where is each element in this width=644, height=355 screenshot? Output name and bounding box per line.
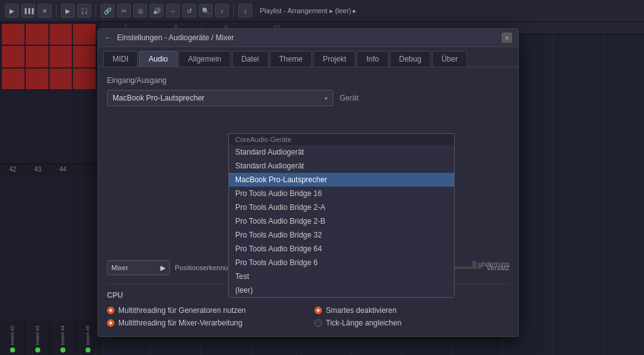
dialog-title-bar: ← Einstellungen - Audiogeräte / Mixer ✕ — [98, 29, 518, 47]
channel-blocks — [0, 22, 97, 91]
dropdown-row: MacBook Pro-Lautsprecher ▾ Gerät — [107, 90, 509, 106]
mixer-label: Mixer — [111, 264, 128, 271]
red-block-2 — [26, 24, 48, 45]
dialog-body: Eingang/Ausgang MacBook Pro-Lautsprecher… — [98, 67, 518, 336]
toolbar-btn-magnet[interactable]: ✂ — [117, 4, 131, 18]
tab-allgemein[interactable]: Allgemein — [179, 51, 231, 67]
cpu-option-multigen: Multithreading für Generatoren nutzen — [107, 306, 302, 315]
cpu-option-smartes-label: Smartes deaktivieren — [326, 306, 397, 315]
cpu-option-multimix: Multithreading für Mixer-Verarbeitung — [107, 319, 302, 327]
bstrip-label-44: Insert 44 — [60, 325, 65, 345]
toolbar-sep-3 — [233, 4, 234, 17]
bstrip-44: Insert 44 — [50, 320, 75, 355]
toolbar-btn-play[interactable]: ▶ — [61, 4, 75, 18]
mixer-dropdown[interactable]: Mixer ▶ — [107, 260, 170, 275]
toolbar-btn-playlist[interactable]: ♪ — [238, 4, 252, 18]
red-block-11 — [50, 68, 72, 89]
radio-multimix[interactable] — [107, 319, 114, 327]
dialog-close-button[interactable]: ✕ — [502, 33, 512, 43]
dropdown-item-ptab16[interactable]: Pro Tools Audio Bridge 16 — [229, 187, 454, 200]
toolbar-btn-loop[interactable]: ↺ — [182, 4, 196, 18]
bstrip-label-45: Insert 45 — [85, 325, 91, 345]
mixer-arrow-icon: ▶ — [160, 264, 165, 272]
dropdown-item-macbook[interactable]: MacBook Pro-Lautsprecher — [229, 173, 454, 187]
dropdown-item-leer[interactable]: (leer) — [229, 283, 454, 297]
red-block-9 — [2, 68, 25, 89]
red-block-8 — [73, 46, 96, 67]
toolbar-btn-zoom[interactable]: 🔍 — [199, 4, 213, 18]
tab-datei[interactable]: Datei — [232, 51, 269, 67]
cpu-option-smartes: Smartes deaktivieren — [314, 306, 509, 315]
toolbar-btn-volume[interactable]: ◎ — [133, 4, 147, 18]
selected-device-label: MacBook Pro-Lautsprecher — [113, 94, 204, 102]
toolbar-btn-chain[interactable]: 🔗 — [101, 4, 114, 18]
dropdown-arrow-icon: ▾ — [325, 95, 328, 102]
tab-debug[interactable]: Debug — [390, 51, 431, 67]
toolbar-btn-speaker[interactable]: 🔊 — [150, 4, 164, 18]
dropdown-item-test[interactable]: Test — [229, 270, 454, 283]
tab-audio[interactable]: Audio — [139, 51, 177, 67]
cpu-option-tick: Tick-Länge angleichen — [314, 319, 509, 327]
dropdown-item-ptab6[interactable]: Pro Tools Audio Bridge 6 — [229, 256, 454, 270]
settings-dialog: ← Einstellungen - Audiogeräte / Mixer ✕ … — [97, 28, 519, 337]
top-toolbar: ▶ ▐▐▐ ✕ ▶ 🎧 🔗 ✂ ◎ 🔊 ↔ ↺ 🔍 ♪ ♪ Playlist -… — [0, 0, 644, 22]
red-block-3 — [50, 24, 72, 45]
toolbar-btn-vol2[interactable]: ♪ — [215, 4, 229, 18]
device-dropdown-list[interactable]: CoreAudio-Geräte Standard Audiogerät Sta… — [228, 133, 455, 298]
toolbar-btn-headphone[interactable]: 🎧 — [77, 4, 91, 18]
cpu-option-multigen-label: Multithreading für Generatoren nutzen — [118, 306, 246, 315]
dropdown-group-coreaudio: CoreAudio-Geräte — [229, 134, 454, 145]
radio-smartes[interactable] — [314, 307, 322, 314]
toolbar-btn-bars[interactable]: ▐▐▐ — [21, 4, 35, 18]
bstrip-43: Insert 43 — [25, 320, 50, 355]
toolbar-btn-arrow[interactable]: ↔ — [166, 4, 180, 18]
red-block-12 — [73, 68, 96, 89]
dropdown-item-ptab32[interactable]: Pro Tools Audio Bridge 32 — [229, 228, 454, 242]
tab-midi[interactable]: MIDI — [103, 51, 138, 67]
red-block-7 — [50, 46, 72, 67]
dropdown-item-ptab2a[interactable]: Pro Tools Audio Bridge 2-A — [229, 200, 454, 214]
cpu-option-multimix-label: Multithreading für Mixer-Verarbeitung — [118, 319, 242, 327]
position-label: Positionserkennung — [175, 264, 236, 271]
dropdown-item-ptab64[interactable]: Pro Tools Audio Bridge 64 — [229, 242, 454, 256]
tab-ueber[interactable]: Über — [432, 51, 467, 67]
red-block-10 — [26, 68, 48, 89]
dropdown-item-standard-2[interactable]: Standard Audiogerät — [229, 159, 454, 173]
channel-numbers: 42 43 44 — [0, 163, 97, 176]
cpu-option-tick-label: Tick-Länge angleichen — [326, 319, 401, 327]
bstrip-45: Insert 45 — [75, 320, 101, 355]
red-block-5 — [2, 46, 25, 67]
device-dropdown[interactable]: MacBook Pro-Lautsprecher ▾ — [107, 90, 333, 106]
toolbar-sep-1 — [56, 4, 57, 17]
dialog-title: Einstellungen - Audiogeräte / Mixer — [117, 33, 234, 42]
ch-num-42: 42 — [0, 164, 25, 176]
tabs-bar: MIDI Audio Allgemein Datei Theme Projekt… — [98, 47, 518, 67]
red-block-1 — [2, 24, 25, 45]
dialog-back-icon[interactable]: ← — [104, 33, 112, 42]
tab-info[interactable]: Info — [357, 51, 388, 67]
red-block-4 — [73, 24, 96, 45]
radio-multigen[interactable] — [107, 307, 114, 314]
tab-theme[interactable]: Theme — [270, 51, 312, 67]
toolbar-sep-2 — [96, 4, 96, 17]
bstrip-led-43 — [35, 347, 40, 352]
cpu-options: Multithreading für Generatoren nutzen Sm… — [107, 306, 509, 327]
toolbar-btn-close[interactable]: ✕ — [38, 4, 52, 18]
section-io-heading: Eingang/Ausgang — [107, 76, 509, 85]
bstrip-42: Insert 42 — [0, 320, 25, 355]
dropdown-item-ptab2b[interactable]: Pro Tools Audio Bridge 2-B — [229, 214, 454, 228]
bstrip-label-42: Insert 42 — [9, 325, 15, 345]
red-block-6 — [26, 46, 48, 67]
playlist-label: Playlist - Arrangement ▸ (leer) ▸ — [260, 7, 357, 15]
radio-tick[interactable] — [314, 319, 322, 327]
ch-num-43: 43 — [25, 164, 50, 176]
dropdown-item-standard-1[interactable]: Standard Audiogerät — [229, 145, 454, 159]
bstrip-led-45 — [86, 347, 91, 352]
bottom-strips: Insert 42 Insert 43 Insert 44 Insert 45 — [0, 320, 101, 355]
bstrip-led-42 — [10, 347, 15, 352]
toolbar-btn-1[interactable]: ▶ — [5, 4, 19, 18]
ch-num-45 — [75, 164, 97, 176]
tab-projekt[interactable]: Projekt — [313, 51, 355, 67]
bstrip-label-43: Insert 43 — [35, 325, 40, 345]
dialog-title-left: ← Einstellungen - Audiogeräte / Mixer — [104, 33, 234, 42]
